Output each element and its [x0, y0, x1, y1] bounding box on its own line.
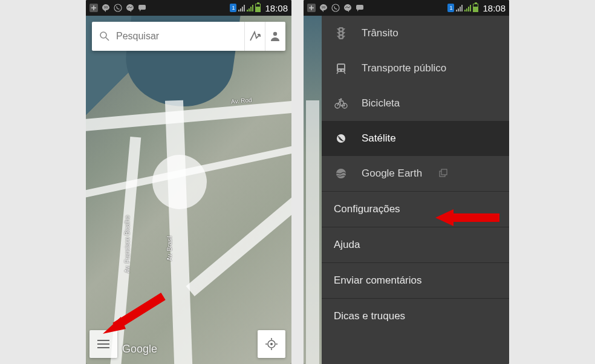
battery-icon	[255, 4, 261, 12]
menu-item-bicycle[interactable]: Bicicleta	[322, 86, 509, 121]
menu-item-label: Enviar comentários	[334, 275, 422, 287]
nav-drawer: Trânsito Transporte público Bicicleta Sa…	[322, 16, 509, 364]
menu-item-feedback[interactable]: Enviar comentários	[322, 263, 509, 298]
hangouts-icon: 99	[102, 4, 110, 12]
svg-point-22	[342, 70, 343, 71]
svg-point-16	[340, 28, 342, 31]
menu-item-label: Bicicleta	[362, 97, 400, 109]
traffic-light-icon	[334, 26, 348, 41]
road-junction	[152, 155, 207, 209]
phone-left-maps: 99 1 18:08 Av. Francisco Bical	[86, 0, 291, 364]
whatsapp-icon	[114, 4, 122, 12]
svg-point-6	[273, 32, 277, 36]
satellite-icon	[334, 131, 348, 146]
road-label: Av. Francisco Bicalho	[124, 215, 131, 273]
menu-item-settings[interactable]: Configurações	[322, 192, 509, 227]
status-bar: 99 1 18:08	[86, 0, 291, 16]
menu-item-label: Trânsito	[362, 27, 398, 39]
road	[165, 100, 194, 364]
svg-rect-3	[138, 5, 146, 10]
signal-bars-2-icon	[464, 4, 471, 11]
menu-item-transit[interactable]: Transporte público	[322, 51, 509, 86]
menu-item-satellite[interactable]: Satélite	[322, 121, 509, 156]
signal-bars-1-icon	[238, 4, 245, 11]
road	[186, 111, 291, 296]
status-time: 18:08	[483, 3, 506, 13]
my-location-button[interactable]	[258, 330, 285, 358]
menu-item-tips[interactable]: Dicas e truques	[322, 299, 509, 334]
svg-point-18	[340, 36, 342, 38]
svg-point-8	[270, 343, 273, 345]
chat-icon	[138, 4, 146, 12]
whatsapp-icon	[331, 4, 340, 12]
svg-rect-14	[356, 5, 363, 10]
menu-item-label: Dicas e truques	[334, 310, 405, 322]
menu-item-traffic[interactable]: Trânsito	[322, 16, 509, 51]
menu-item-label: Transporte público	[362, 62, 446, 74]
svg-point-25	[340, 99, 342, 100]
search-input[interactable]	[116, 31, 237, 42]
svg-text:99: 99	[322, 5, 326, 9]
transit-icon	[334, 61, 348, 76]
menu-item-label: Satélite	[362, 132, 396, 145]
status-bar: 99 1 18:08	[304, 0, 509, 16]
google-logo: Google	[122, 343, 157, 356]
profile-button[interactable]	[265, 22, 285, 51]
svg-point-21	[339, 70, 340, 71]
map-satellite-view[interactable]: Av. Francisco Bicalho Av. Brasil Av. Rod	[86, 16, 291, 364]
svg-text:99: 99	[104, 5, 108, 9]
directions-icon	[248, 30, 261, 43]
svg-rect-20	[338, 65, 344, 68]
svg-rect-29	[441, 169, 447, 175]
road-label: Av. Brasil	[166, 236, 173, 261]
signal-bars-1-icon	[456, 4, 463, 11]
menu-item-help[interactable]: Ajuda	[322, 227, 509, 262]
search-bar	[92, 22, 285, 51]
menu-item-label: Ajuda	[334, 239, 360, 251]
svg-point-13	[332, 4, 339, 11]
menu-item-google-earth[interactable]: Google Earth	[322, 156, 509, 191]
svg-rect-26	[335, 132, 347, 145]
battery-icon	[473, 4, 478, 12]
google-earth-icon	[334, 166, 348, 181]
hangouts-icon: 99	[319, 4, 328, 12]
menu-item-label: Configurações	[334, 203, 400, 215]
phone-right-drawer: 99 1 18:08 Trânsito	[304, 0, 509, 364]
bicycle-icon	[334, 96, 348, 111]
menu-item-label: Google Earth	[362, 167, 422, 180]
notification-badge: 1	[230, 4, 236, 12]
svg-point-2	[114, 4, 122, 11]
menu-button[interactable]	[89, 330, 117, 358]
add-icon	[307, 4, 316, 12]
chat-icon	[356, 4, 364, 12]
add-icon	[89, 4, 98, 12]
search-input-wrap[interactable]	[92, 22, 245, 51]
notification-badge: 1	[447, 4, 454, 12]
messenger-icon	[343, 4, 352, 12]
svg-point-4	[100, 32, 106, 38]
search-icon	[99, 31, 110, 42]
messenger-icon	[126, 4, 134, 12]
directions-button[interactable]	[245, 22, 265, 51]
external-link-icon	[439, 169, 449, 178]
road-label: Av. Rod	[231, 97, 252, 105]
person-icon	[269, 30, 281, 42]
signal-bars-2-icon	[247, 4, 253, 11]
svg-point-17	[340, 32, 342, 34]
svg-line-5	[106, 37, 109, 41]
map-sliver[interactable]	[304, 16, 322, 364]
status-time: 18:08	[265, 3, 288, 13]
my-location-icon	[264, 337, 279, 351]
